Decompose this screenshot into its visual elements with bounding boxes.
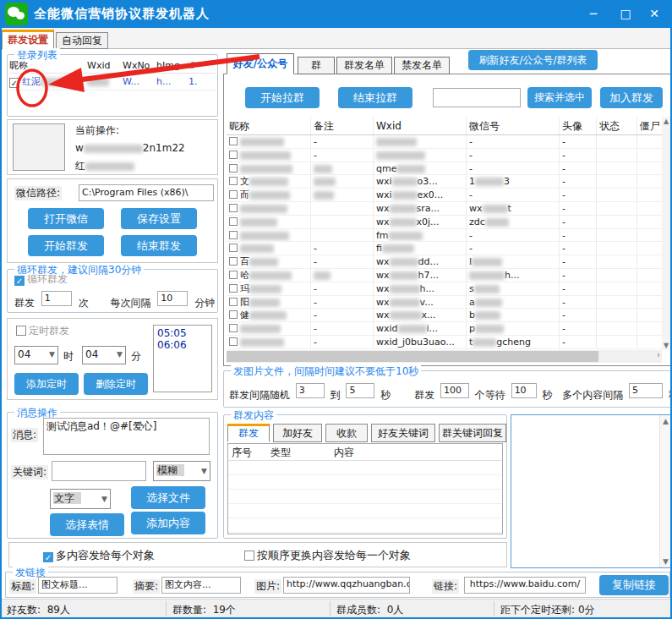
tab-forbid-list[interactable]: 禁发名单 — [394, 57, 450, 74]
tab-send-list[interactable]: 群发名单 — [336, 57, 392, 74]
copy-link-button[interactable]: 复制链接 — [599, 575, 669, 595]
table-row[interactable]: 哈wxh7...h...- — [227, 269, 662, 282]
refresh-list-button[interactable]: 刷新好友/公众号/群列表 — [468, 50, 598, 70]
table-row[interactable]: -fi-- — [227, 242, 662, 255]
timer-list-item[interactable]: 05:05 — [157, 327, 208, 339]
delete-timer-button[interactable]: 删除定时 — [84, 373, 148, 395]
table-row[interactable]: qme-- — [227, 162, 662, 176]
row-checkbox[interactable] — [229, 337, 238, 346]
content-table-row[interactable] — [228, 475, 502, 490]
add-timer-button[interactable]: 添加定时 — [14, 373, 79, 395]
content-table-row[interactable] — [228, 504, 502, 518]
scrollbar-thumb[interactable] — [227, 351, 598, 362]
multi-content-checkbox[interactable]: ✓ — [43, 552, 53, 562]
vertical-scrollbar[interactable]: ▲▼ — [662, 117, 672, 350]
multi-content-interval-input[interactable]: 5 — [629, 383, 663, 398]
content-table-row[interactable] — [228, 518, 502, 533]
select-emoji-button[interactable]: 选择表情 — [50, 513, 124, 536]
start-mass-send-button[interactable]: 开始群发 — [28, 235, 104, 256]
interval-min-input[interactable]: 3 — [296, 383, 325, 398]
link-url-input[interactable]: https://www.baidu.com/ — [464, 577, 586, 594]
tab-mass-send-settings[interactable]: 群发设置 — [2, 30, 54, 50]
add-to-send-button[interactable]: 加入群发 — [600, 87, 663, 108]
link-title-input[interactable]: 图文标题... — [38, 577, 117, 594]
link-summary-input[interactable]: 图文内容... — [161, 577, 241, 594]
select-file-button[interactable]: 选择文件 — [131, 486, 205, 509]
row-checkbox[interactable] — [229, 298, 238, 306]
row-checkbox[interactable] — [229, 151, 238, 159]
redacted-text — [314, 165, 332, 173]
table-row[interactable]: wxx0j...zdc- — [227, 216, 662, 229]
row-checkbox[interactable] — [229, 310, 238, 319]
login-account-checkbox[interactable]: ✓ — [9, 78, 19, 88]
content-table-row[interactable] — [228, 461, 502, 475]
content-table-row[interactable] — [228, 490, 502, 504]
sequence-checkbox[interactable] — [244, 551, 254, 561]
open-wechat-button[interactable]: 打开微信 — [28, 208, 104, 229]
timed-send-checkbox[interactable] — [16, 326, 26, 336]
minimize-button[interactable]: ─ — [584, 5, 603, 22]
tab-friends-public[interactable]: 好友/公众号 — [227, 53, 294, 74]
search-input[interactable] — [433, 88, 521, 107]
table-row[interactable]: 而wxiex0...-- — [227, 189, 662, 202]
table-row[interactable]: 健-wxx...b- — [227, 309, 662, 322]
content-tab-add-friend[interactable]: 加好友 — [273, 424, 322, 442]
row-checkbox[interactable] — [229, 164, 238, 173]
add-content-button[interactable]: 添加内容 — [131, 512, 205, 534]
row-checkbox[interactable] — [229, 231, 238, 239]
login-table-row[interactable]: ✓红泥 W... h... 1. — [9, 74, 216, 90]
content-tab-friend-keyword[interactable]: 好友关键词 — [371, 424, 435, 442]
content-tab-collect[interactable]: 收款 — [325, 424, 368, 442]
keyword-input[interactable] — [52, 461, 146, 481]
message-textarea[interactable]: 测试消息ad！@#[爱心] — [43, 418, 210, 455]
row-checkbox[interactable] — [229, 284, 238, 293]
row-checkbox[interactable] — [229, 324, 238, 332]
end-mass-send-button[interactable]: 结束群发 — [121, 235, 197, 256]
row-checkbox[interactable] — [229, 257, 238, 266]
close-button[interactable]: ✕ — [645, 5, 664, 22]
row-checkbox[interactable] — [229, 271, 238, 279]
table-row[interactable]: --- — [227, 135, 662, 149]
log-scrollbar[interactable]: ▲▼ — [659, 415, 671, 567]
search-select-button[interactable]: 搜索并选中 — [527, 87, 592, 108]
maximize-button[interactable]: □ — [616, 5, 635, 22]
log-listbox[interactable]: ▲▼ — [511, 414, 672, 568]
timer-list-item[interactable]: 06:06 — [157, 339, 208, 351]
row-checkbox[interactable] — [229, 190, 238, 199]
save-settings-button[interactable]: 保存设置 — [121, 208, 197, 229]
row-checkbox[interactable] — [229, 217, 238, 226]
table-row[interactable]: fm-- — [227, 229, 662, 243]
table-row[interactable]: -wxidi...p- — [227, 322, 662, 336]
loop-count-input[interactable]: 1 — [41, 291, 72, 306]
timer-list[interactable]: 05:0506:06 — [153, 325, 212, 392]
table-row[interactable]: 玛-wxh...s- — [227, 282, 662, 296]
content-tab-group-keyword[interactable]: 群关键词回复 — [439, 424, 506, 442]
row-checkbox[interactable] — [229, 177, 238, 185]
start-pull-group-button[interactable]: 开始拉群 — [245, 87, 320, 108]
loop-interval-input[interactable]: 10 — [157, 291, 188, 306]
link-image-input[interactable]: http://www.qqzhuangban.c — [283, 577, 410, 594]
content-type-select[interactable]: 文字▼ — [50, 489, 111, 509]
tab-auto-reply[interactable]: 自动回复 — [56, 32, 108, 49]
minute-select[interactable]: 04▼ — [82, 346, 126, 364]
row-checkbox[interactable] — [229, 244, 238, 252]
row-checkbox[interactable] — [229, 204, 238, 212]
row-checkbox[interactable] — [229, 137, 238, 145]
end-pull-group-button[interactable]: 结束拉群 — [338, 87, 412, 108]
table-row[interactable]: 阳-wxv...a- — [227, 296, 662, 310]
wait-seconds-input[interactable]: 10 — [511, 383, 537, 398]
table-row[interactable]: 文wxio3...13- — [227, 175, 662, 189]
table-row[interactable]: wxsra...wxt- — [227, 202, 662, 216]
wechat-path-input[interactable]: C:\Program Files (x86)\ — [79, 184, 214, 201]
horizontal-scrollbar[interactable]: › — [227, 350, 662, 363]
table-row[interactable]: 百-wxdd...I- — [227, 255, 662, 269]
table-row[interactable]: -wxid_j0bu3uao...tgcheng- — [227, 336, 662, 349]
content-tab-mass-send[interactable]: 群发 — [227, 424, 270, 442]
match-mode-select[interactable]: 模糊▼ — [153, 461, 210, 481]
table-row[interactable]: --- — [227, 149, 662, 162]
loop-send-checkbox[interactable]: ✓ — [14, 276, 25, 286]
interval-max-input[interactable]: 5 — [346, 383, 374, 398]
tab-groups[interactable]: 群 — [298, 57, 335, 74]
hour-select[interactable]: 04▼ — [14, 346, 58, 364]
batch-count-input[interactable]: 100 — [440, 383, 469, 398]
